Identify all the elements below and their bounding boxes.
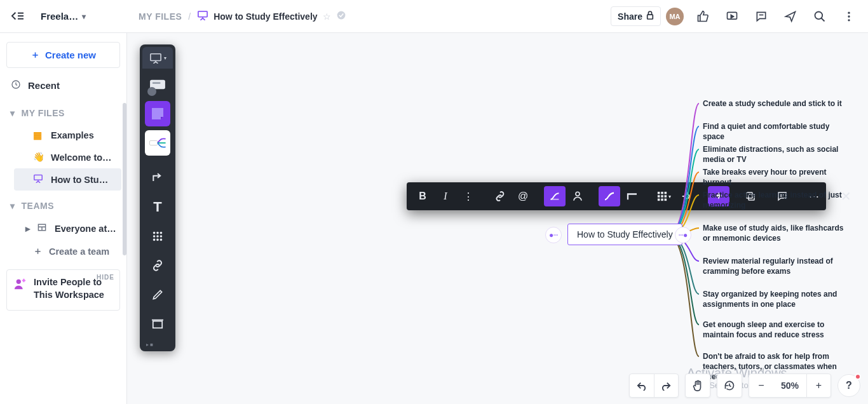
document-title[interactable]: How to Study Effectively (214, 11, 317, 22)
create-new-label: Create new (45, 50, 96, 60)
notification-dot (855, 374, 861, 380)
tool-dock: ▾ T ▸ ■ (140, 44, 175, 351)
svg-point-25 (160, 232, 163, 234)
svg-rect-23 (149, 140, 158, 145)
zoom-level[interactable]: 50% (773, 380, 806, 391)
kebab-menu-icon[interactable] (835, 4, 863, 29)
tool-arrow[interactable] (145, 165, 170, 191)
pan-hand-button[interactable] (686, 374, 710, 398)
team-icon (37, 223, 48, 234)
mindmap-root-node[interactable]: How to Study Effectively (567, 224, 682, 245)
people-plus-icon (13, 278, 27, 293)
svg-point-32 (156, 235, 159, 238)
tool-link[interactable] (145, 253, 170, 278)
plus-icon: ＋ (31, 49, 40, 61)
send-icon[interactable] (776, 4, 804, 29)
redo-button[interactable] (654, 374, 678, 398)
thumbs-up-icon[interactable] (689, 4, 717, 29)
svg-line-9 (822, 18, 825, 21)
collapse-sidebar-button[interactable] (0, 11, 36, 22)
my-files-section-header[interactable]: ▾ MY FILES (5, 98, 121, 125)
zoom-in-button[interactable]: + (806, 374, 831, 398)
tool-mindmap[interactable] (145, 130, 170, 156)
presentation-icon (33, 174, 44, 185)
create-team-button[interactable]: ＋ Create a team (14, 239, 121, 263)
tool-text[interactable]: T (145, 194, 170, 220)
caret-right-icon: ▸ (25, 224, 31, 234)
dock-header[interactable]: ▾ (142, 47, 173, 69)
sidebar-team-everyone[interactable]: ▸ Everyone at… (14, 217, 121, 239)
workspace-name: Freela… (41, 11, 78, 22)
recent-nav[interactable]: Recent (5, 73, 121, 98)
breadcrumb-root[interactable]: MY FILES (139, 11, 182, 22)
mindmap-branch[interactable]: Find a quiet and comfortable study space (703, 121, 849, 142)
svg-rect-20 (151, 54, 161, 61)
share-label: Share (618, 11, 642, 22)
mindmap-branch[interactable]: Review material regularly instead of cra… (703, 256, 849, 276)
lock-icon (646, 11, 654, 22)
mindmap-branch[interactable]: Take breaks every hour to prevent burnou… (703, 167, 849, 187)
comment-icon[interactable] (747, 4, 775, 29)
svg-point-11 (848, 15, 850, 17)
svg-point-26 (153, 239, 156, 241)
wave-icon: 👋 (33, 152, 44, 163)
add-left-handle[interactable]: ●┄ (545, 227, 562, 243)
svg-point-4 (337, 11, 345, 20)
sidebar-file-current[interactable]: How to Stu… (14, 168, 121, 191)
teams-section-header[interactable]: ▾ TEAMS (5, 191, 121, 217)
add-right-handle[interactable]: ┄● (675, 227, 691, 243)
hide-invite-button[interactable]: HIDE (97, 274, 114, 281)
grid-icon: ▦ (33, 130, 44, 140)
create-new-button[interactable]: ＋ Create new (6, 42, 120, 68)
undo-button[interactable] (630, 374, 654, 398)
clock-icon (10, 79, 22, 91)
svg-rect-22 (153, 82, 161, 84)
invite-people-card[interactable]: HIDE Invite People to This Workspace (6, 269, 120, 311)
canvas[interactable]: ▾ T ▸ ■ B I ⋮ @ (127, 33, 868, 404)
help-button[interactable]: ? (837, 374, 860, 397)
mindmap-branch[interactable]: Stay organized by keeping notes and assi… (703, 289, 849, 309)
mindmap-branch[interactable]: Eliminate distractions, such as social m… (703, 144, 849, 165)
present-icon[interactable] (718, 4, 746, 29)
breadcrumb-separator: / (188, 11, 191, 22)
top-bar: Freela… ▾ MY FILES / How to Study Effect… (0, 0, 868, 33)
svg-rect-3 (198, 11, 207, 17)
svg-point-28 (156, 232, 159, 234)
svg-point-8 (815, 11, 823, 19)
zoom-out-button[interactable]: − (749, 374, 773, 398)
svg-point-30 (153, 235, 156, 238)
tool-frame[interactable] (145, 311, 170, 337)
history-button[interactable] (717, 374, 742, 398)
plus-icon: ＋ (33, 245, 43, 257)
left-sidebar: ＋ Create new Recent ▾ MY FILES ▦ Example… (0, 33, 127, 404)
svg-point-27 (160, 239, 163, 241)
tool-pencil[interactable] (145, 282, 170, 307)
tool-sticky-note[interactable] (145, 101, 170, 126)
caret-icon: ▾ (10, 108, 15, 118)
topbar-actions: Share MA (611, 4, 868, 29)
share-button[interactable]: Share (611, 6, 661, 26)
breadcrumb: MY FILES / How to Study Effectively ☆ (127, 10, 346, 22)
check-circle-icon[interactable] (336, 10, 346, 22)
svg-rect-5 (648, 15, 653, 19)
workspace-selector[interactable]: Freela… ▾ (36, 11, 127, 22)
sidebar-scrollbar[interactable] (123, 103, 126, 255)
dock-footer[interactable]: ▸ ■ (142, 339, 173, 350)
search-icon[interactable] (806, 4, 834, 29)
mindmap-branch[interactable]: Practice active learning instead of just… (703, 190, 849, 210)
recent-label: Recent (28, 80, 60, 91)
tool-card[interactable] (145, 72, 170, 97)
mindmap-branch[interactable]: Make use of study aids, like flashcards … (703, 223, 849, 243)
svg-rect-14 (34, 175, 42, 180)
svg-point-10 (848, 11, 850, 13)
star-icon[interactable]: ☆ (323, 11, 331, 22)
sidebar-file-examples[interactable]: ▦ Examples (14, 125, 121, 146)
user-avatar[interactable]: MA (666, 8, 684, 25)
svg-point-18 (17, 279, 21, 284)
mindmap-branch[interactable]: Create a study schedule and stick to it (703, 98, 842, 109)
tool-shapes[interactable] (145, 224, 170, 249)
svg-point-29 (156, 239, 159, 241)
mindmap-branch[interactable]: Get enough sleep and exercise to maintai… (703, 320, 849, 340)
chevron-down-icon: ▾ (82, 12, 86, 21)
sidebar-file-welcome[interactable]: 👋 Welcome to… (14, 146, 121, 168)
